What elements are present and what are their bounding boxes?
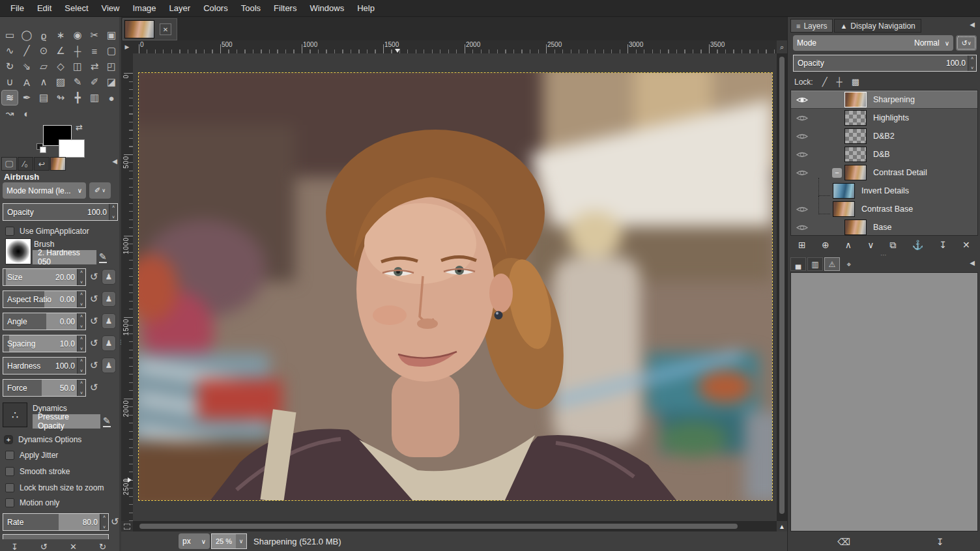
edit-brush-icon[interactable]: ✎ [99,251,107,263]
lock-position-icon[interactable]: ┼ [837,77,843,87]
image-viewport[interactable] [133,53,777,521]
hardness-tablet-link-icon[interactable]: ♟ [102,358,116,373]
menu-image[interactable]: Image [126,1,162,16]
motion-only-checkbox[interactable]: Motion only [5,498,59,507]
text-tool-icon[interactable]: A [18,74,35,90]
lock-alpha-icon[interactable]: ▩ [852,77,859,87]
aspect-ratio-tablet-link-icon[interactable]: ♟ [102,291,116,307]
zoom-tool-icon[interactable]: ⊙ [35,43,52,59]
horizontal-scrollbar-thumb[interactable] [139,524,738,529]
opacity-spinner[interactable]: ˄˅ [109,204,117,220]
align-tool-icon[interactable]: ≡ [86,43,103,59]
angle-reset-icon[interactable]: ↺ [90,315,98,327]
select-by-color-tool-icon[interactable]: ◉ [69,27,86,43]
anchor-layer-icon[interactable]: ⚓ [912,240,923,250]
menu-edit[interactable]: Edit [31,1,58,16]
right-dock-collapse-icon[interactable]: ◀ [970,21,975,28]
layer-thumbnail[interactable] [844,147,867,162]
size-slider[interactable]: Size20.00 ˄˅ [3,268,86,286]
rate-reset-icon[interactable]: ↺ [111,516,119,528]
close-icon[interactable]: ✕ [160,23,171,35]
eye-icon[interactable] [796,223,808,232]
raise-layer-icon[interactable]: ∧ [845,240,852,250]
layer-thumbnail[interactable] [833,201,855,217]
angle-tablet-link-icon[interactable]: ♟ [102,313,116,329]
menu-windows[interactable]: Windows [303,1,351,16]
layer-mode-dropdown[interactable]: Mode Normal ∨ [793,35,953,51]
tab-undo-history[interactable]: ↩ [34,157,50,171]
quick-mask-toggle[interactable] [121,521,133,531]
layer-thumbnail[interactable] [844,219,867,235]
measure-tool-icon[interactable]: ∠ [52,43,69,59]
layer-row-db2[interactable]: D&B2 [791,127,977,145]
eye-icon[interactable] [796,132,808,141]
apply-jitter-checkbox[interactable]: Apply Jitter [5,451,58,460]
airbrush-tool-icon[interactable]: ≋ [1,90,18,106]
zoom-dropdown[interactable]: 25 % ∨ [211,533,247,549]
foreground-select-tool-icon[interactable]: ▣ [103,27,120,43]
force-slider[interactable]: Force50.0 ˄˅ [3,379,86,397]
layer-row-db[interactable]: D&B [791,145,977,163]
move-tool-icon[interactable]: ┼ [69,43,86,59]
rectangle-select-tool-icon[interactable]: ▭ [1,27,18,43]
layer-mode-switch-button[interactable]: ↺ ∨ [956,35,977,51]
gimpapplicator-checkbox[interactable]: Use GimpApplicator [5,227,89,236]
eye-icon[interactable] [796,150,808,159]
spacing-tablet-link-icon[interactable]: ♟ [102,335,116,351]
menu-layer[interactable]: Layer [163,1,197,16]
spacing-spinner[interactable]: ˄˅ [77,335,85,352]
opacity-slider[interactable]: Opacity 100.0 ˄˅ [3,203,118,221]
paths-tool-icon[interactable]: ∿ [1,43,18,59]
tab-display-navigation[interactable]: ▲ Display Navigation [834,19,921,33]
blur-sharpen-tool-icon[interactable]: ● [103,90,120,106]
tab-device-status[interactable]: ⁄₀ [18,157,33,171]
tab-tool-options[interactable]: 🖵 [1,157,17,171]
layer-opacity-spinner[interactable]: ˄˅ [968,55,976,71]
rotate-tool-icon[interactable]: ↻ [1,59,18,74]
rate-spinner[interactable]: ˄˅ [100,514,108,530]
reset-tool-icon[interactable]: ↻ [99,542,106,551]
layer-row-sharpening[interactable]: Sharpening [791,91,977,109]
brush-name-chip[interactable]: 2. Hardness 050 [33,250,96,264]
hardness-reset-icon[interactable]: ↺ [90,360,98,371]
vertical-scrollbar[interactable] [777,53,787,521]
heal-tool-icon[interactable]: ╋ [69,90,86,106]
paint-mode-dropdown[interactable]: Mode Normal (le... ∨ [3,182,86,199]
clone-tool-icon[interactable]: ▤ [35,90,52,106]
hardness-spinner[interactable]: ˄˅ [77,358,85,374]
edit-dynamics-icon[interactable]: ✎ [103,416,111,427]
lock-pixels-icon[interactable]: ╱ [822,77,828,87]
menu-filters[interactable]: Filters [267,1,303,16]
spacing-reset-icon[interactable]: ↺ [90,337,98,349]
angle-spinner[interactable]: ˄˅ [77,313,85,330]
swap-colors-icon[interactable]: ⇄ [76,122,83,132]
vertical-ruler[interactable]: 0 500 1000 1500 2000 2500 [121,53,133,521]
spacing-slider[interactable]: Spacing10.0 ˄˅ [3,335,86,352]
warp-transform-tool-icon[interactable]: ↬ [52,90,69,106]
hardness-slider[interactable]: Hardness100.0 ˄˅ [3,357,86,374]
ink-tool-icon[interactable]: ✒ [18,90,35,106]
eye-icon[interactable] [796,205,808,214]
color-picker-tool-icon[interactable]: ╱ [18,43,35,59]
layer-row-highlights[interactable]: Highlights [791,109,977,127]
perspective-clone-tool-icon[interactable]: ▥ [86,90,103,106]
collapse-group-icon[interactable]: − [832,168,842,178]
shear-tool-icon[interactable]: ▱ [35,59,52,74]
menu-help[interactable]: Help [351,1,381,16]
menu-file[interactable]: File [4,1,31,16]
paintbrush-tool-icon[interactable]: ✐ [86,74,103,90]
angle-slider[interactable]: Angle0.00 ˄˅ [3,313,86,330]
handle-transform-tool-icon[interactable]: ◰ [103,59,120,74]
force-reset-icon[interactable]: ↺ [90,382,98,393]
image-tab[interactable]: ✕ [122,18,177,40]
bucket-fill-tool-icon[interactable]: ∪ [1,74,18,90]
eye-icon[interactable] [796,96,808,104]
tab-pointer[interactable]: ⌖ [841,257,857,271]
paint-mode-menu-button[interactable]: ✐ ∨ [89,182,111,199]
layer-row-base[interactable]: Base [791,218,977,236]
fuzzy-select-tool-icon[interactable]: ∗ [52,27,69,43]
navigation-preview-icon[interactable]: ▲ [777,521,787,531]
size-reset-icon[interactable]: ↺ [90,271,98,283]
flip-tool-icon[interactable]: ⇄ [86,59,103,74]
layer-thumbnail[interactable] [844,165,867,180]
